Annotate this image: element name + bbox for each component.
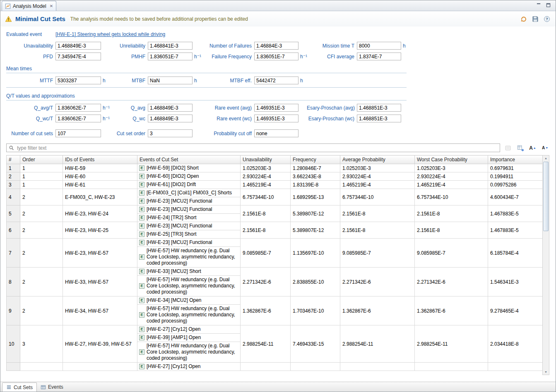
- events-of-cut-set-cell: E[HW-E-59] [DIO2] Short: [137, 164, 241, 172]
- table-row[interactable]: 31HW-E-61E[HW-E-61] [DIO2] Drift1.465219…: [7, 181, 543, 189]
- field-input-number-of-failures[interactable]: 1.46884E-3: [254, 42, 298, 50]
- field-label-pfd: PFD: [6, 54, 55, 60]
- table-row[interactable]: 92HW-E-34, HW-E-57E[HW-E-34] [MCU2] Open…: [7, 296, 543, 325]
- maximize-icon[interactable]: [546, 3, 551, 7]
- column-header-average-probability[interactable]: Average Probability: [340, 155, 415, 164]
- table-row[interactable]: 103HW-E-27, HW-E-39, HW-E-57E[HW-E-27] […: [7, 325, 543, 363]
- table-row[interactable]: 21HW-E-60E[HW-E-60] [DIO2] Open2.930224E…: [7, 172, 543, 181]
- field-input-cfi-average[interactable]: 1.8374E-7: [357, 53, 401, 60]
- event-icon: E: [139, 207, 144, 212]
- field-label-q-wc-t: Q_wc/T: [6, 116, 55, 122]
- event-entry: E[HW-E-61] [DIO2] Drift: [137, 181, 240, 189]
- event-entry: E[HW-E-27] [Cry12] Open: [137, 363, 240, 370]
- event-label: [HW-E-25] [TR3] Short: [147, 231, 196, 237]
- field-input-pfd[interactable]: 7.345947E-4: [55, 53, 101, 60]
- view-header: Minimal Cut Sets The analysis model need…: [0, 11, 556, 26]
- field-input-esary-proschan-wc[interactable]: 1.468851E-3: [357, 115, 401, 122]
- field-input-pmhf[interactable]: 1.836051E-7: [148, 53, 193, 60]
- configure-columns-icon[interactable]: [503, 144, 513, 152]
- event-icon: E: [139, 254, 144, 260]
- event-label: [HW-E-27] [Cry12] Open: [147, 363, 201, 370]
- scroll-down-icon[interactable]: ▼: [543, 370, 549, 373]
- field-input-mtbf-eff[interactable]: 5442472: [254, 76, 298, 84]
- filter-input[interactable]: [16, 145, 498, 151]
- field-input-rare-event-wc[interactable]: 1.469351E-3: [254, 115, 298, 122]
- field-label-mtbf: MTBF: [112, 78, 148, 84]
- help-icon[interactable]: ?: [543, 15, 551, 23]
- field-input-q-avg-t[interactable]: 1.836062E-7: [55, 104, 101, 112]
- events-of-cut-set-cell: E[HW-E-60] [DIO2] Open: [137, 172, 241, 181]
- field-input-q-wc[interactable]: 1.468849E-3: [148, 115, 193, 122]
- analysis-model-icon: [5, 3, 11, 9]
- evaluated-event-link[interactable]: [HW-E-1] Steering wheel gets locked whil…: [55, 31, 165, 37]
- tab-analysis-model[interactable]: Analysis Model ✕: [2, 1, 56, 11]
- increase-font-icon[interactable]: A▲: [528, 144, 537, 152]
- row-number-cell: 10: [7, 325, 20, 363]
- column-header-importance[interactable]: Importance: [488, 155, 543, 164]
- field-input-mission-time-t[interactable]: 8000: [357, 42, 401, 50]
- column-header-unavailability[interactable]: Unavailability: [241, 155, 291, 164]
- field-input-q-wc-t[interactable]: 1.836062E-7: [55, 115, 101, 122]
- cutset-table-container: #OrderIDs of EventsEvents of Cut SetUnav…: [6, 155, 549, 375]
- importance-cell: 0.1994911: [488, 172, 543, 181]
- scrollbar-thumb[interactable]: [543, 162, 549, 231]
- field-input-cut-set-order[interactable]: 3: [148, 129, 193, 137]
- decrease-font-icon[interactable]: A▼: [540, 144, 550, 152]
- field-label-number-of-cut-sets: Number of cut sets: [6, 131, 55, 136]
- events-of-cut-set-cell: E[HW-E-23] [MCU2] FunctionalE[HW-E-25] […: [137, 222, 241, 239]
- table-row[interactable]: 62HW-E-23, HW-E-25E[HW-E-23] [MCU2] Func…: [7, 222, 543, 239]
- unavailability-cell: 2.988254E-11: [241, 325, 291, 363]
- events-of-cut-set-cell: E[E-FM003_C] [Coil1] FM003_C] ShortsE[HW…: [137, 189, 241, 206]
- tab-events[interactable]: Events: [37, 382, 67, 392]
- average-probability-cell: 1.362867E-6: [340, 296, 415, 325]
- field-input-unreliability[interactable]: 1.468841E-3: [148, 42, 193, 50]
- field-label-esary-proschan-wc: Esary-Proschan (wc): [307, 116, 357, 122]
- vertical-scrollbar[interactable]: ▲ ▼: [542, 155, 549, 375]
- field-input-q-avg[interactable]: 1.468849E-3: [148, 104, 193, 112]
- event-entry: E[HW-E-23] [MCU2] Functional: [137, 222, 240, 230]
- mean-times-row: MTTF5303287hMTBFNaNhMTBF eff.5442472h: [6, 76, 556, 84]
- tab-cut-sets[interactable]: Cut Sets: [2, 382, 37, 392]
- table-row[interactable]: 11HW-E-59E[HW-E-59] [DIO2] Short1.025203…: [7, 164, 543, 172]
- event-entry: E[HW-E-23] [MCU2] Functional: [137, 206, 240, 213]
- close-icon[interactable]: ✕: [50, 4, 53, 8]
- qt-row-1: Q_avg/T1.836062E-7h⁻¹Q_avg1.468849E-3Rar…: [6, 104, 556, 112]
- column-header-events-of-cut-set[interactable]: Events of Cut Set: [137, 155, 241, 164]
- field-input-esary-proschan-avg[interactable]: 1.468851E-3: [357, 104, 401, 112]
- order-cell: 1: [20, 164, 63, 172]
- column-header-worst-case-probability[interactable]: Worst Case Probability: [415, 155, 488, 164]
- average-probability-cell: 2.1561E-8: [340, 206, 415, 222]
- table-row[interactable]: 82HW-E-33, HW-E-57E[HW-E-33] [MCU2] Shor…: [7, 268, 543, 296]
- field-unit: h⁻¹: [298, 54, 307, 60]
- recalculate-icon[interactable]: [520, 15, 528, 23]
- table-row[interactable]: 72HW-E-23, HW-E-57E[HW-E-23] [MCU2] Func…: [7, 239, 543, 268]
- event-label: [HW-E-34] [MCU2] Open: [147, 297, 201, 304]
- field-input-mtbf[interactable]: NaN: [148, 76, 193, 84]
- table-row[interactable]: 42E-FM003_C, HW-E-23E[E-FM003_C] [Coil1]…: [7, 189, 543, 206]
- field-label-q-wc: Q_wc: [112, 116, 148, 122]
- field-input-number-of-cut-sets[interactable]: 107: [55, 129, 101, 137]
- field-label-rare-event-wc: Rare event (wc): [203, 116, 254, 122]
- minimize-icon[interactable]: [537, 3, 541, 7]
- importance-cell: 2.034418E-8: [488, 325, 543, 363]
- scroll-up-icon[interactable]: ▲: [543, 157, 549, 160]
- field-input-rare-event-avg[interactable]: 1.469351E-3: [254, 104, 298, 112]
- refresh-table-icon[interactable]: [515, 144, 525, 152]
- column-header-num[interactable]: #: [7, 155, 20, 164]
- event-label: [HW-E-23] [MCU2] Functional: [147, 239, 212, 246]
- cutset-summary-row: Number of cut sets107Cut set order3Proba…: [6, 129, 556, 137]
- field-input-failure-frequency[interactable]: 1.836051E-7: [254, 53, 298, 60]
- average-probability-cell: 2.930224E-4: [340, 172, 415, 181]
- average-probability-cell: 1.465219E-4: [340, 181, 415, 189]
- field-input-unavailability[interactable]: 1.468849E-3: [55, 42, 101, 50]
- field-input-probability-cut-off[interactable]: none: [254, 129, 298, 137]
- column-header-ids-of-events[interactable]: IDs of Events: [63, 155, 137, 164]
- column-header-order[interactable]: Order: [20, 155, 63, 164]
- events-icon: [41, 385, 46, 390]
- table-row[interactable]: E[HW-E-27] [Cry12] Open: [7, 363, 543, 371]
- column-header-frequency[interactable]: Frequency: [291, 155, 340, 164]
- table-row[interactable]: 52HW-E-23, HW-E-24E[HW-E-23] [MCU2] Func…: [7, 206, 543, 222]
- field-input-mttf[interactable]: 5303287: [55, 76, 101, 84]
- save-icon[interactable]: [531, 15, 539, 23]
- event-entry: E[HW-E-59] [DIO2] Short: [137, 164, 240, 172]
